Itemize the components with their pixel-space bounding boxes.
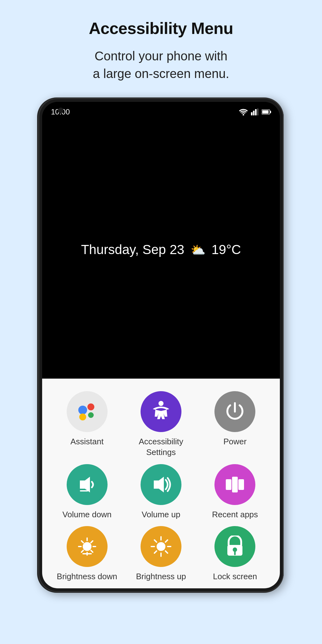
svg-line-34 <box>154 540 157 542</box>
svg-line-24 <box>81 541 83 543</box>
menu-item-accessibility[interactable]: Accessibility Settings <box>125 391 196 458</box>
svg-point-10 <box>79 414 86 420</box>
volume-up-label: Volume up <box>142 509 180 520</box>
svg-rect-3 <box>255 109 257 115</box>
page-title: Accessibility Menu <box>13 19 309 38</box>
svg-point-12 <box>158 401 164 406</box>
svg-rect-6 <box>262 110 269 114</box>
svg-line-25 <box>91 550 93 552</box>
svg-point-9 <box>87 403 94 410</box>
svg-point-29 <box>157 542 165 551</box>
menu-item-lock-screen[interactable]: Lock screen <box>200 526 270 582</box>
brightness-down-label: Brightness down <box>57 571 117 582</box>
svg-rect-1 <box>251 112 253 115</box>
lock-screen: Thursday, Sep 23 ⛅ 19°C <box>42 121 280 379</box>
brightness-down-icon-circle <box>67 526 108 567</box>
svg-point-0 <box>243 114 244 116</box>
assistant-icon-circle <box>67 391 108 432</box>
menu-grid: Assistant Accessibility Settin <box>52 391 270 582</box>
svg-line-26 <box>91 541 93 543</box>
lock-date: Thursday, Sep 23 ⛅ 19°C <box>81 242 241 257</box>
volume-up-icon <box>150 474 172 496</box>
phone-screen: 10:00 <box>42 102 280 588</box>
volume-down-icon-circle <box>67 464 108 505</box>
wifi-icon <box>239 108 248 115</box>
power-button <box>283 296 284 314</box>
volume-down-label: Volume down <box>63 509 112 520</box>
lock-screen-label: Lock screen <box>213 571 257 582</box>
camera-hole <box>58 108 64 113</box>
accessibility-icon-circle <box>141 391 181 432</box>
power-icon-circle <box>214 391 255 432</box>
lock-screen-icon-circle <box>214 526 255 567</box>
brightness-up-icon-circle <box>141 526 181 567</box>
lock-icon <box>225 536 245 558</box>
volume-up-icon-circle <box>141 464 181 505</box>
status-bar: 10:00 <box>42 102 280 121</box>
menu-item-brightness-down[interactable]: Brightness down <box>52 526 122 582</box>
assistant-icon <box>75 401 100 423</box>
accessibility-menu-panel: Assistant Accessibility Settin <box>42 379 280 588</box>
accessibility-settings-label: Accessibility Settings <box>125 436 196 458</box>
svg-point-8 <box>78 406 87 414</box>
menu-item-assistant[interactable]: Assistant <box>52 391 122 458</box>
subtitle: Control your phone with a large on-scree… <box>13 47 309 82</box>
menu-item-power[interactable]: Power <box>200 391 270 458</box>
status-icons <box>239 108 271 115</box>
header: Accessibility Menu Control your phone wi… <box>0 0 322 92</box>
svg-marker-15 <box>154 477 164 492</box>
svg-line-37 <box>154 551 157 553</box>
volume-down-icon <box>76 474 98 496</box>
recent-apps-icon-circle <box>214 464 255 505</box>
svg-marker-13 <box>80 477 90 492</box>
menu-item-volume-up[interactable]: Volume up <box>125 464 196 520</box>
svg-rect-7 <box>270 111 271 113</box>
side-buttons <box>283 296 284 314</box>
brightness-up-icon <box>150 536 172 558</box>
brightness-down-icon <box>76 536 98 558</box>
weather-icon: ⛅ <box>191 243 205 257</box>
recent-apps-label: Recent apps <box>212 509 258 520</box>
menu-item-brightness-up[interactable]: Brightness up <box>125 526 196 582</box>
svg-point-19 <box>83 542 92 551</box>
power-label: Power <box>223 436 247 447</box>
phone-mockup: 10:00 <box>38 98 284 592</box>
signal-icon <box>251 108 258 115</box>
svg-rect-16 <box>226 479 231 490</box>
svg-point-11 <box>88 412 94 418</box>
svg-rect-18 <box>238 479 244 490</box>
menu-item-volume-down[interactable]: Volume down <box>52 464 122 520</box>
svg-rect-4 <box>257 108 259 115</box>
assistant-label: Assistant <box>70 436 104 447</box>
recent-apps-icon <box>224 474 246 496</box>
accessibility-icon <box>148 399 174 424</box>
brightness-up-label: Brightness up <box>136 571 186 582</box>
svg-line-35 <box>165 551 168 553</box>
phone-frame: 10:00 <box>38 98 284 592</box>
battery-icon <box>262 109 271 115</box>
svg-rect-17 <box>232 477 238 492</box>
svg-rect-2 <box>253 111 255 115</box>
svg-line-27 <box>81 550 83 552</box>
power-icon <box>224 401 246 423</box>
menu-item-recent-apps[interactable]: Recent apps <box>200 464 270 520</box>
svg-line-36 <box>165 540 168 542</box>
